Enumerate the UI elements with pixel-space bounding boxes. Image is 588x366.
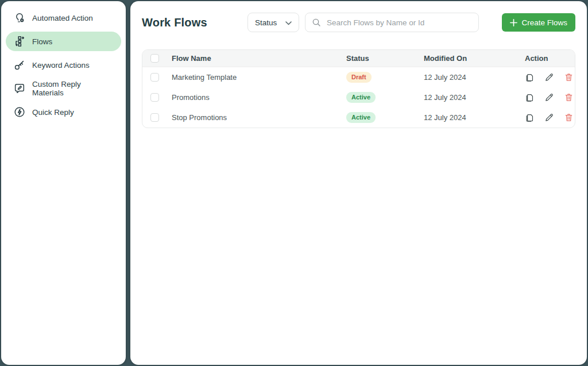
- sidebar-item-quick-reply[interactable]: Quick Reply: [6, 102, 121, 122]
- status-filter-dropdown[interactable]: Status: [247, 13, 299, 32]
- delete-icon[interactable]: [564, 113, 574, 122]
- flow-name: Promotions: [164, 93, 339, 102]
- modified-date: 12 July 2024: [416, 73, 517, 82]
- sidebar-item-label: Automated Action: [32, 14, 93, 22]
- flow-name: Stop Promotions: [164, 113, 339, 122]
- search-box: [305, 13, 479, 32]
- edit-icon[interactable]: [544, 113, 554, 122]
- flow-name: Marketing Template: [164, 73, 339, 82]
- flows-table: Flow Name Status Modified On Action Mark…: [142, 49, 575, 128]
- modified-date: 12 July 2024: [416, 93, 517, 102]
- table-body: Marketing Template Draft 12 July 2024: [142, 67, 575, 128]
- row-actions: [517, 113, 575, 122]
- sidebar-item-label: Custom Reply Materials: [32, 80, 114, 97]
- status-badge: Active: [346, 92, 376, 102]
- row-actions: [517, 72, 575, 82]
- select-all-checkbox[interactable]: [150, 54, 159, 63]
- row-checkbox[interactable]: [150, 113, 159, 122]
- copy-icon[interactable]: [525, 93, 535, 102]
- sidebar-item-label: Quick Reply: [32, 108, 74, 117]
- row-checkbox[interactable]: [150, 93, 159, 102]
- sidebar-item-custom-reply-materials[interactable]: Custom Reply Materials: [6, 79, 121, 98]
- copy-icon[interactable]: [525, 113, 535, 122]
- delete-icon[interactable]: [564, 93, 574, 102]
- lightning-circle-icon: [13, 106, 26, 118]
- key-icon: [13, 59, 26, 71]
- sidebar-item-label: Flows: [32, 37, 52, 46]
- workflow-icon: [13, 35, 26, 48]
- sidebar-item-flows[interactable]: Flows: [6, 32, 121, 51]
- sidebar-item-label: Keyword Actions: [32, 61, 90, 70]
- column-header-action: Action: [517, 54, 575, 63]
- copy-icon[interactable]: [525, 72, 535, 82]
- plus-icon: [510, 19, 517, 26]
- sidebar: Automated Action Flows Keyword Actions: [1, 1, 126, 365]
- row-actions: [517, 93, 575, 102]
- status-badge: Draft: [346, 72, 372, 82]
- table-row: Stop Promotions Active 12 July 2024: [142, 107, 575, 128]
- delete-icon[interactable]: [564, 72, 574, 82]
- sidebar-item-keyword-actions[interactable]: Keyword Actions: [6, 55, 121, 75]
- edit-icon[interactable]: [544, 93, 554, 102]
- lightbulb-gear-icon: [13, 11, 26, 24]
- table-row: Marketing Template Draft 12 July 2024: [142, 67, 575, 87]
- column-header-flow-name: Flow Name: [164, 54, 339, 63]
- create-flows-button-label: Create Flows: [521, 18, 567, 27]
- create-flows-button[interactable]: Create Flows: [502, 13, 575, 32]
- status-badge: Active: [346, 112, 376, 122]
- column-header-status: Status: [339, 54, 416, 63]
- search-icon: [312, 18, 321, 27]
- chevron-down-icon: [285, 18, 292, 27]
- table-row: Promotions Active 12 July 2024: [142, 87, 575, 107]
- page-title: Work Flows: [142, 16, 207, 29]
- search-input[interactable]: [326, 18, 472, 28]
- table-header-row: Flow Name Status Modified On Action: [142, 50, 575, 67]
- edit-icon[interactable]: [544, 72, 554, 82]
- sidebar-item-automated-action[interactable]: Automated Action: [6, 8, 121, 28]
- column-header-modified-on: Modified On: [416, 54, 517, 63]
- status-filter-label: Status: [255, 18, 277, 27]
- topbar: Work Flows Status Create Flows: [130, 1, 587, 44]
- main-panel: Work Flows Status Create Flows Flow Name…: [130, 1, 587, 365]
- chat-pencil-icon: [13, 82, 26, 95]
- modified-date: 12 July 2024: [416, 113, 517, 122]
- row-checkbox[interactable]: [150, 73, 159, 82]
